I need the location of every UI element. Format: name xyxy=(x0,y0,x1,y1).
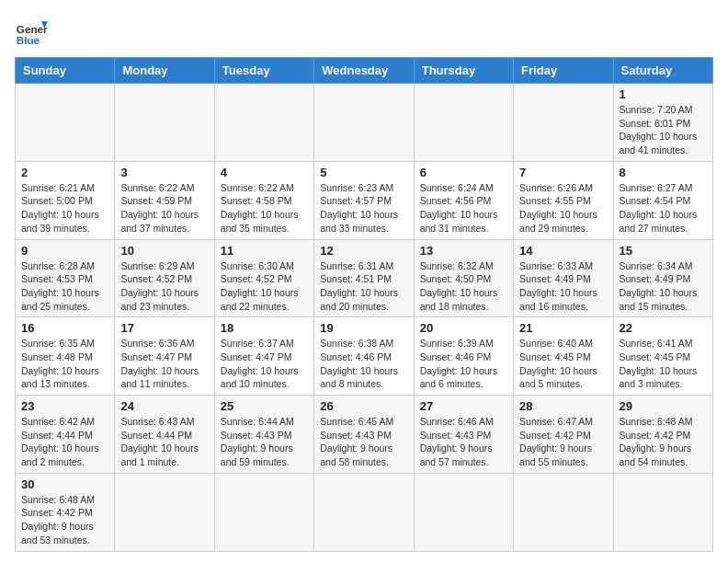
day-info: Sunrise: 6:31 AM Sunset: 4:51 PM Dayligh… xyxy=(320,259,407,314)
day-number: 12 xyxy=(320,244,407,258)
day-info: Sunrise: 6:48 AM Sunset: 4:42 PM Dayligh… xyxy=(620,415,707,469)
calendar-cell: 30Sunrise: 6:48 AM Sunset: 4:42 PM Dayli… xyxy=(16,473,115,551)
day-info: Sunrise: 6:36 AM Sunset: 4:47 PM Dayligh… xyxy=(120,337,208,391)
calendar-cell: 15Sunrise: 6:34 AM Sunset: 4:49 PM Dayli… xyxy=(613,239,712,317)
day-number: 17 xyxy=(120,321,208,335)
weekday-header-wednesday: Wednesday xyxy=(314,58,414,84)
day-info: Sunrise: 6:23 AM Sunset: 4:57 PM Dayligh… xyxy=(320,181,407,236)
calendar-cell: 20Sunrise: 6:39 AM Sunset: 4:46 PM Dayli… xyxy=(414,317,513,396)
calendar-cell xyxy=(16,84,115,162)
day-number: 26 xyxy=(320,399,407,413)
weekday-header-friday: Friday xyxy=(514,58,613,84)
calendar-cell: 3Sunrise: 6:22 AM Sunset: 4:59 PM Daylig… xyxy=(115,161,214,239)
day-info: Sunrise: 6:41 AM Sunset: 4:45 PM Dayligh… xyxy=(620,337,707,391)
day-number: 5 xyxy=(320,166,407,179)
day-info: Sunrise: 6:26 AM Sunset: 4:55 PM Dayligh… xyxy=(519,181,607,236)
calendar-week-row: 1Sunrise: 7:20 AM Sunset: 6:01 PM Daylig… xyxy=(16,84,713,162)
calendar-cell: 8Sunrise: 6:27 AM Sunset: 4:54 PM Daylig… xyxy=(613,161,712,239)
weekday-header-sunday: Sunday xyxy=(16,58,115,84)
calendar-week-row: 23Sunrise: 6:42 AM Sunset: 4:44 PM Dayli… xyxy=(16,396,713,474)
calendar-cell xyxy=(514,473,613,551)
day-number: 20 xyxy=(420,321,507,335)
day-info: Sunrise: 6:35 AM Sunset: 4:48 PM Dayligh… xyxy=(21,337,108,391)
calendar-cell: 22Sunrise: 6:41 AM Sunset: 4:45 PM Dayli… xyxy=(613,317,712,396)
day-number: 24 xyxy=(120,399,208,413)
day-number: 16 xyxy=(21,321,108,335)
day-info: Sunrise: 6:34 AM Sunset: 4:49 PM Dayligh… xyxy=(620,259,707,314)
calendar-cell: 29Sunrise: 6:48 AM Sunset: 4:42 PM Dayli… xyxy=(613,396,712,474)
calendar-cell: 1Sunrise: 7:20 AM Sunset: 6:01 PM Daylig… xyxy=(613,84,712,162)
calendar-cell xyxy=(115,473,214,551)
day-number: 10 xyxy=(120,244,208,258)
day-info: Sunrise: 6:27 AM Sunset: 4:54 PM Dayligh… xyxy=(620,181,707,236)
calendar-cell xyxy=(214,84,313,162)
day-info: Sunrise: 6:32 AM Sunset: 4:50 PM Dayligh… xyxy=(420,259,507,314)
calendar-cell: 17Sunrise: 6:36 AM Sunset: 4:47 PM Dayli… xyxy=(115,317,214,396)
calendar-week-row: 2Sunrise: 6:21 AM Sunset: 5:00 PM Daylig… xyxy=(16,161,713,239)
calendar-cell: 12Sunrise: 6:31 AM Sunset: 4:51 PM Dayli… xyxy=(314,239,414,317)
day-number: 22 xyxy=(620,321,707,335)
calendar-cell: 23Sunrise: 6:42 AM Sunset: 4:44 PM Dayli… xyxy=(16,396,115,474)
weekday-header-row: SundayMondayTuesdayWednesdayThursdayFrid… xyxy=(16,58,713,84)
calendar-cell xyxy=(613,473,712,551)
day-info: Sunrise: 6:40 AM Sunset: 4:45 PM Dayligh… xyxy=(519,337,607,391)
calendar-cell: 14Sunrise: 6:33 AM Sunset: 4:49 PM Dayli… xyxy=(514,239,613,317)
calendar-cell: 24Sunrise: 6:43 AM Sunset: 4:44 PM Dayli… xyxy=(115,396,214,474)
calendar-cell: 10Sunrise: 6:29 AM Sunset: 4:52 PM Dayli… xyxy=(115,239,214,317)
day-number: 23 xyxy=(21,399,108,413)
calendar-cell xyxy=(214,473,313,551)
day-number: 1 xyxy=(620,87,707,101)
calendar-cell: 4Sunrise: 6:22 AM Sunset: 4:58 PM Daylig… xyxy=(214,161,313,239)
calendar-cell: 25Sunrise: 6:44 AM Sunset: 4:43 PM Dayli… xyxy=(214,396,313,474)
calendar-cell xyxy=(514,84,613,162)
day-info: Sunrise: 6:24 AM Sunset: 4:56 PM Dayligh… xyxy=(420,181,507,236)
calendar-cell: 5Sunrise: 6:23 AM Sunset: 4:57 PM Daylig… xyxy=(314,161,414,239)
calendar-cell xyxy=(414,473,513,551)
calendar-cell: 18Sunrise: 6:37 AM Sunset: 4:47 PM Dayli… xyxy=(214,317,313,396)
day-number: 18 xyxy=(221,321,308,335)
calendar-cell: 7Sunrise: 6:26 AM Sunset: 4:55 PM Daylig… xyxy=(514,161,613,239)
calendar-cell xyxy=(314,473,414,551)
day-number: 30 xyxy=(21,477,108,491)
day-info: Sunrise: 7:20 AM Sunset: 6:01 PM Dayligh… xyxy=(620,103,707,157)
day-number: 3 xyxy=(120,166,208,179)
day-info: Sunrise: 6:30 AM Sunset: 4:52 PM Dayligh… xyxy=(221,259,308,314)
day-info: Sunrise: 6:42 AM Sunset: 4:44 PM Dayligh… xyxy=(21,415,108,469)
day-info: Sunrise: 6:21 AM Sunset: 5:00 PM Dayligh… xyxy=(21,181,108,236)
day-info: Sunrise: 6:48 AM Sunset: 4:42 PM Dayligh… xyxy=(21,493,108,547)
day-number: 11 xyxy=(221,244,308,258)
weekday-header-thursday: Thursday xyxy=(414,58,513,84)
day-number: 14 xyxy=(519,244,607,258)
calendar-week-row: 9Sunrise: 6:28 AM Sunset: 4:53 PM Daylig… xyxy=(16,239,713,317)
svg-text:Blue: Blue xyxy=(17,34,40,46)
calendar-cell: 16Sunrise: 6:35 AM Sunset: 4:48 PM Dayli… xyxy=(16,317,115,396)
header: General Blue xyxy=(15,15,713,48)
calendar-cell: 27Sunrise: 6:46 AM Sunset: 4:43 PM Dayli… xyxy=(414,396,513,474)
calendar-cell: 21Sunrise: 6:40 AM Sunset: 4:45 PM Dayli… xyxy=(514,317,613,396)
day-number: 2 xyxy=(21,166,108,179)
day-info: Sunrise: 6:46 AM Sunset: 4:43 PM Dayligh… xyxy=(420,415,507,469)
calendar-week-row: 16Sunrise: 6:35 AM Sunset: 4:48 PM Dayli… xyxy=(16,317,713,396)
calendar-cell: 13Sunrise: 6:32 AM Sunset: 4:50 PM Dayli… xyxy=(414,239,513,317)
day-info: Sunrise: 6:33 AM Sunset: 4:49 PM Dayligh… xyxy=(519,259,607,314)
day-number: 27 xyxy=(420,399,507,413)
calendar-table: SundayMondayTuesdayWednesdayThursdayFrid… xyxy=(15,57,713,552)
weekday-header-saturday: Saturday xyxy=(613,58,712,84)
day-number: 28 xyxy=(519,399,607,413)
day-info: Sunrise: 6:28 AM Sunset: 4:53 PM Dayligh… xyxy=(21,259,108,314)
day-number: 6 xyxy=(420,166,507,179)
day-number: 15 xyxy=(620,244,707,258)
day-number: 13 xyxy=(420,244,507,258)
day-info: Sunrise: 6:45 AM Sunset: 4:43 PM Dayligh… xyxy=(320,415,407,469)
calendar-cell: 28Sunrise: 6:47 AM Sunset: 4:42 PM Dayli… xyxy=(514,396,613,474)
day-number: 4 xyxy=(221,166,308,179)
day-info: Sunrise: 6:38 AM Sunset: 4:46 PM Dayligh… xyxy=(320,337,407,391)
calendar-cell: 11Sunrise: 6:30 AM Sunset: 4:52 PM Dayli… xyxy=(214,239,313,317)
calendar-week-row: 30Sunrise: 6:48 AM Sunset: 4:42 PM Dayli… xyxy=(16,473,713,551)
calendar-cell xyxy=(115,84,214,162)
calendar-cell: 2Sunrise: 6:21 AM Sunset: 5:00 PM Daylig… xyxy=(16,161,115,239)
day-info: Sunrise: 6:43 AM Sunset: 4:44 PM Dayligh… xyxy=(120,415,208,469)
generalblue-logo-icon: General Blue xyxy=(15,15,48,48)
day-number: 19 xyxy=(320,321,407,335)
weekday-header-tuesday: Tuesday xyxy=(214,58,313,84)
